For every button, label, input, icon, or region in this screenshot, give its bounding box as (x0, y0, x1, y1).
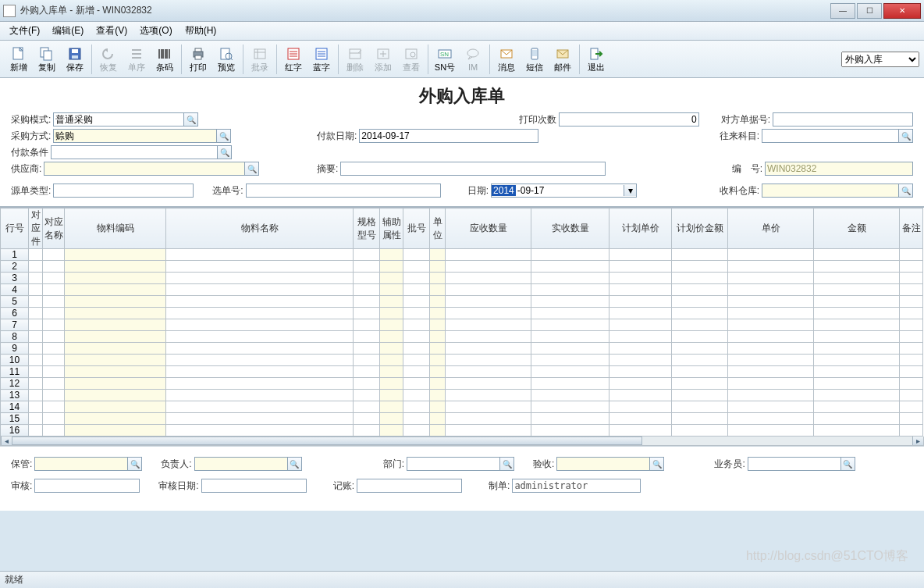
table-row[interactable]: 2 (1, 261, 923, 273)
grid-cell[interactable] (403, 378, 430, 390)
grid-cell[interactable] (166, 378, 354, 390)
grid-cell[interactable] (814, 331, 900, 343)
grid-cell[interactable] (380, 413, 403, 425)
grid-cell[interactable] (814, 284, 900, 296)
grid-cell[interactable] (29, 401, 43, 413)
grid-header[interactable]: 物料名称 (166, 208, 354, 249)
grid-cell[interactable] (29, 355, 43, 366)
grid-cell[interactable] (609, 273, 672, 284)
grid-cell[interactable] (43, 273, 65, 284)
grid-cell[interactable] (166, 425, 354, 437)
data-grid[interactable]: 行号对应件对应名称物料编码物料名称规格型号辅助属性批号单位应收数量实收数量计划单… (0, 208, 924, 437)
tb-sms[interactable]: 短信 (521, 42, 549, 77)
grid-cell[interactable] (29, 284, 43, 296)
grid-header[interactable]: 单位 (430, 208, 446, 249)
grid-header[interactable]: 计划价金额 (672, 208, 728, 249)
grid-cell[interactable] (65, 343, 166, 355)
grid-cell[interactable] (446, 308, 531, 319)
grid-cell[interactable] (166, 308, 354, 319)
grid-cell[interactable] (430, 249, 446, 261)
grid-cell[interactable] (672, 273, 728, 284)
grid-header[interactable]: 对应名称 (43, 208, 65, 249)
grid-header[interactable]: 计划单价 (609, 208, 672, 249)
grid-header[interactable]: 批号 (403, 208, 430, 249)
table-row[interactable]: 5 (1, 296, 923, 308)
table-row[interactable]: 14 (1, 401, 923, 413)
minimize-button[interactable]: — (830, 3, 855, 19)
grid-cell[interactable] (65, 366, 166, 378)
grid-cell[interactable] (446, 378, 531, 390)
pay-terms-input[interactable] (51, 145, 218, 159)
grid-cell[interactable] (380, 273, 403, 284)
table-row[interactable]: 9 (1, 343, 923, 355)
grid-cell[interactable] (446, 425, 531, 437)
grid-cell[interactable] (446, 296, 531, 308)
grid-cell[interactable] (430, 331, 446, 343)
tb-new[interactable]: 新增 (5, 42, 33, 77)
grid-cell[interactable] (403, 390, 430, 401)
grid-cell[interactable] (814, 261, 900, 273)
grid-cell[interactable] (531, 378, 609, 390)
grid-cell[interactable] (900, 343, 923, 355)
grid-cell[interactable] (403, 401, 430, 413)
grid-cell[interactable] (43, 366, 65, 378)
close-button[interactable]: ✕ (883, 3, 921, 19)
purchase-mode-input[interactable] (53, 112, 184, 127)
grid-cell[interactable] (380, 284, 403, 296)
grid-cell[interactable] (29, 366, 43, 378)
tb-sn[interactable]: SNSN号 (431, 42, 459, 77)
grid-cell[interactable] (166, 401, 354, 413)
grid-cell[interactable] (672, 261, 728, 273)
grid-cell[interactable] (900, 390, 923, 401)
grid-cell[interactable] (814, 273, 900, 284)
grid-cell[interactable] (609, 284, 672, 296)
grid-cell[interactable] (728, 366, 814, 378)
grid-cell[interactable] (728, 284, 814, 296)
grid-cell[interactable] (43, 401, 65, 413)
grid-cell[interactable] (403, 284, 430, 296)
grid-cell[interactable] (728, 308, 814, 319)
grid-cell[interactable] (43, 249, 65, 261)
grid-cell[interactable] (728, 343, 814, 355)
grid-h-scrollbar[interactable]: ◂▸ (0, 437, 924, 446)
grid-cell[interactable] (29, 261, 43, 273)
grid-cell[interactable] (354, 378, 380, 390)
grid-cell[interactable] (403, 261, 430, 273)
grid-cell[interactable] (430, 343, 446, 355)
grid-cell[interactable] (65, 319, 166, 331)
grid-cell[interactable] (609, 390, 672, 401)
grid-cell[interactable] (29, 413, 43, 425)
warehouse-input[interactable] (762, 184, 899, 198)
grid-cell[interactable] (29, 343, 43, 355)
manager-input[interactable] (194, 457, 288, 471)
grid-cell[interactable] (728, 319, 814, 331)
grid-cell[interactable] (29, 249, 43, 261)
grid-cell[interactable] (430, 355, 446, 366)
tb-print[interactable]: 打印 (184, 42, 212, 77)
lookup-icon[interactable]: 🔍 (500, 457, 514, 471)
grid-cell[interactable] (728, 378, 814, 390)
grid-cell[interactable] (403, 296, 430, 308)
table-row[interactable]: 8 (1, 331, 923, 343)
grid-cell[interactable] (430, 308, 446, 319)
grid-cell[interactable] (672, 331, 728, 343)
grid-header[interactable]: 物料编码 (65, 208, 166, 249)
lookup-icon[interactable]: 🔍 (288, 457, 302, 471)
grid-cell[interactable] (446, 331, 531, 343)
grid-cell[interactable] (531, 273, 609, 284)
grid-cell[interactable] (446, 249, 531, 261)
grid-cell[interactable] (354, 284, 380, 296)
grid-cell[interactable] (814, 308, 900, 319)
grid-cell[interactable] (814, 413, 900, 425)
grid-cell[interactable] (446, 261, 531, 273)
grid-cell[interactable] (672, 366, 728, 378)
grid-cell[interactable] (354, 413, 380, 425)
grid-cell[interactable] (609, 308, 672, 319)
grid-cell[interactable] (430, 284, 446, 296)
menu-edit[interactable]: 编辑(E) (48, 23, 88, 39)
grid-cell[interactable] (728, 249, 814, 261)
tb-barcode[interactable]: 条码 (151, 42, 179, 77)
grid-cell[interactable] (43, 355, 65, 366)
grid-cell[interactable] (672, 425, 728, 437)
grid-cell[interactable] (672, 296, 728, 308)
